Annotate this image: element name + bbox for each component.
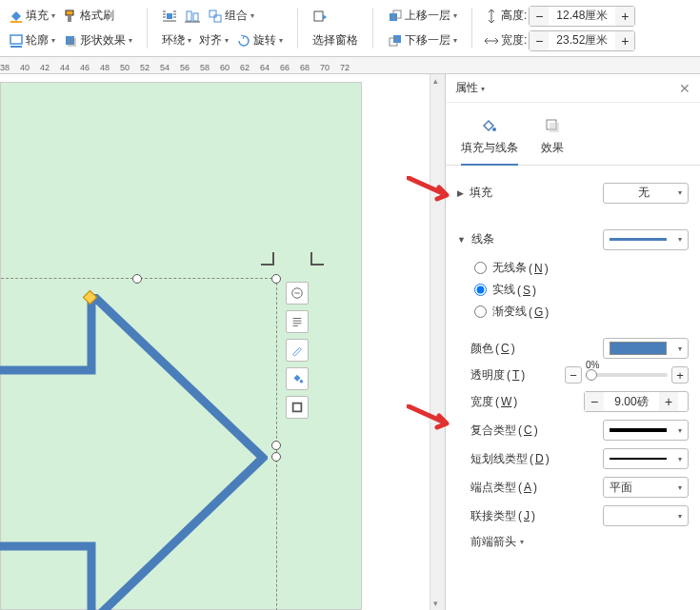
line-width-input[interactable] (604, 392, 659, 411)
resize-handle[interactable] (271, 441, 281, 450)
bring-forward-icon (388, 9, 403, 24)
group-label: 组合 (225, 8, 248, 24)
format-painter-label: 格式刷 (80, 8, 114, 24)
combo-value (610, 509, 612, 522)
fill-combo[interactable]: 无▾ (603, 183, 689, 204)
floating-tool-layout[interactable] (286, 282, 309, 305)
combo-value: 无 (638, 185, 650, 201)
canvas[interactable] (0, 74, 430, 610)
cap-combo[interactable]: 平面▾ (603, 477, 689, 498)
selection-pane-icon (312, 9, 328, 24)
radio-gradient-line[interactable]: 渐变线(G) (457, 301, 689, 323)
align-label: 对齐 (199, 32, 222, 49)
transparency-slider[interactable] (586, 373, 668, 377)
shape-effects-icon (63, 33, 78, 49)
fill-line-tab-icon (480, 116, 499, 135)
section-label: 线条 (471, 231, 494, 247)
height-increase[interactable]: + (615, 7, 634, 26)
chevron-right-icon: ▶ (457, 188, 464, 198)
crop-mark-icon (310, 252, 324, 266)
cap-label: 端点类型(A) (470, 480, 537, 496)
wrap-label-btn[interactable]: 环绕▾ (159, 30, 194, 50)
shape-effects-button[interactable]: 形状效果▾ (60, 30, 135, 50)
transparency-increase[interactable]: + (671, 366, 689, 384)
compound-swatch (610, 428, 667, 432)
svg-rect-1 (66, 10, 73, 15)
floating-tool-fill[interactable] (286, 367, 309, 390)
height-decrease[interactable]: − (530, 7, 549, 26)
color-combo[interactable]: ▾ (603, 338, 689, 359)
transparency-decrease[interactable]: − (565, 366, 582, 384)
height-input[interactable] (549, 7, 615, 26)
selection-pane-label-btn[interactable]: 选择窗格 (310, 30, 361, 50)
svg-rect-9 (193, 13, 198, 21)
resize-handle[interactable] (271, 452, 281, 462)
selection-pane-button[interactable] (310, 7, 330, 26)
compound-combo[interactable]: ▾ (603, 420, 689, 441)
floating-tool-outline[interactable] (286, 396, 309, 419)
floating-tool-text[interactable] (286, 310, 309, 333)
outline-label: 轮廓 (26, 32, 49, 49)
height-label: 高度: (484, 8, 527, 24)
height-icon (484, 9, 499, 24)
width-label: 宽度: (484, 32, 527, 49)
arrow-head-label: 前端箭头▾ (470, 534, 524, 550)
align-button[interactable] (182, 7, 203, 26)
width-increase[interactable]: + (615, 31, 634, 50)
slider-thumb[interactable] (586, 369, 597, 381)
resize-handle[interactable] (271, 274, 281, 284)
dash-label: 短划线类型(D) (470, 451, 550, 467)
dash-combo[interactable]: ▾ (603, 448, 689, 469)
tab-label: 效果 (541, 140, 564, 156)
section-line-header[interactable]: ▼线条 (457, 226, 494, 253)
crop-mark-icon (261, 252, 274, 266)
tab-fill-line[interactable]: 填充与线条 (461, 116, 518, 166)
rotate-handle[interactable] (83, 290, 98, 305)
close-icon[interactable]: ✕ (679, 81, 690, 96)
svg-point-18 (300, 380, 304, 384)
section-label: 填充 (470, 185, 492, 201)
radio-no-line[interactable]: 无线条(N) (457, 257, 689, 279)
section-fill-header[interactable]: ▶填充 (457, 179, 492, 207)
outline-button[interactable]: 轮廓▾ (6, 30, 58, 50)
line-width-increase[interactable]: + (659, 392, 678, 411)
group-icon (208, 9, 223, 24)
vertical-scrollbar[interactable] (430, 74, 445, 610)
svg-rect-22 (550, 123, 559, 132)
line-style-combo[interactable]: ▾ (603, 229, 689, 250)
properties-panel: 属性▾ ✕ 填充与线条 效果 ▶填充 无▾ ▼线条 (445, 74, 700, 610)
fill-button[interactable]: 填充▾ (6, 6, 58, 26)
dash-swatch (610, 458, 667, 460)
align-label-btn[interactable]: 对齐▾ (196, 30, 231, 50)
width-spinner[interactable]: − + (529, 30, 635, 51)
width-decrease[interactable]: − (530, 31, 549, 50)
rotate-button[interactable]: 旋转▾ (233, 30, 286, 50)
svg-rect-12 (314, 11, 323, 21)
svg-rect-6 (68, 38, 76, 47)
floating-tool-style[interactable] (286, 339, 309, 362)
group-button[interactable]: 组合▾ (205, 6, 257, 26)
join-label: 联接类型(J) (470, 508, 535, 524)
svg-rect-2 (68, 15, 71, 22)
fill-label: 填充 (26, 8, 49, 24)
send-backward-button[interactable]: 下移一层▾ (385, 30, 460, 50)
selection-box[interactable] (0, 278, 277, 610)
color-swatch (610, 342, 667, 355)
radio-solid-line[interactable]: 实线(S) (457, 279, 689, 301)
height-spinner[interactable]: − + (529, 6, 635, 27)
align-icon (185, 9, 200, 24)
width-input[interactable] (549, 31, 615, 50)
wrap-button[interactable] (159, 7, 180, 26)
tab-effects[interactable]: 效果 (541, 116, 564, 165)
svg-point-20 (492, 128, 496, 131)
line-width-decrease[interactable]: − (585, 392, 604, 411)
panel-title: 属性▾ (455, 80, 485, 96)
line-width-spinner[interactable]: − + (584, 391, 689, 412)
join-combo[interactable]: ▾ (603, 505, 689, 526)
tab-label: 填充与线条 (461, 140, 518, 156)
shape-effects-label: 形状效果 (80, 32, 126, 49)
bring-forward-button[interactable]: 上移一层▾ (385, 6, 460, 26)
resize-handle[interactable] (132, 274, 142, 284)
format-painter-button[interactable]: 格式刷 (60, 6, 117, 26)
send-backward-label: 下移一层 (405, 32, 450, 49)
